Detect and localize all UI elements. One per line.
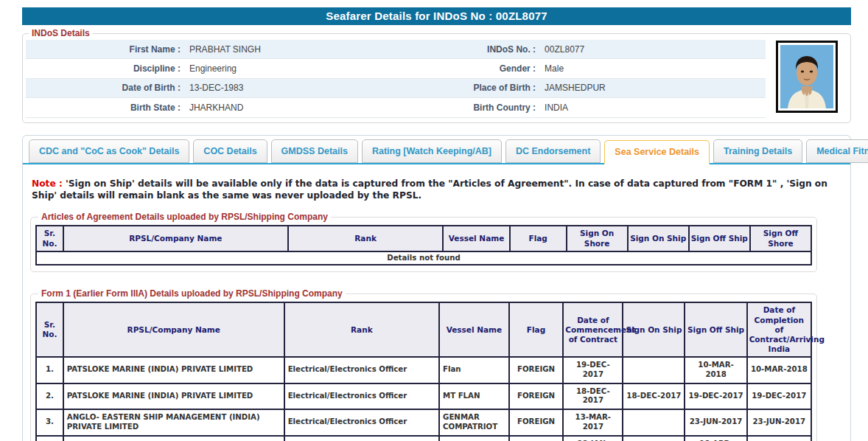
column-header: Sign On Ship (628, 226, 689, 251)
table-cell: 18-DEC-2017 (623, 383, 685, 410)
table-cell: FOREIGN (509, 357, 564, 383)
empty-row: Details not found (36, 251, 811, 265)
form1-title: Form 1 (Earlier Form IIIA) Details uploa… (38, 288, 346, 299)
column-header: Rank (284, 302, 439, 357)
personal-row: Birth State : JHARKHAND Birth Country : … (26, 98, 847, 117)
table-cell: GENMAR COMPATRIOT (439, 409, 509, 436)
table-cell: Flan (439, 357, 509, 383)
table-row: 3.ANGLO- EASTERN SHIP MANAGEMENT (INDIA)… (36, 409, 811, 436)
field-label: Gender : (403, 59, 540, 78)
table-row: 1.PATSLOKE MARINE (INDIA) PRIVATE LIMITE… (36, 357, 811, 383)
details-not-found-message: Details not found (36, 251, 811, 265)
table-cell: 10-MAR-2018 (685, 357, 746, 383)
table-cell: 1. (36, 357, 63, 383)
field-label: Discipline : (26, 59, 185, 78)
indos-no-value: 00ZL8077 (540, 40, 766, 59)
field-label: Date of Birth : (26, 78, 185, 97)
table-cell: PATSLOKE MARINE (INDIA) PRIVATE LIMITED (63, 383, 284, 410)
column-header: Sign On Ship (623, 302, 685, 357)
table-cell: 13-MAR-2017 (563, 409, 623, 436)
field-label: Place of Birth : (403, 78, 540, 97)
first-name-value: PRABHAT SINGH (185, 40, 403, 59)
column-header: Sr. No. (36, 302, 63, 357)
tab-medical-fitness-certificate[interactable]: Medical Fitness Certificate (806, 139, 868, 163)
column-header: Sign Off Ship (689, 226, 750, 251)
articles-of-agreement-section: Articles of Agreement Details uploaded b… (30, 212, 817, 272)
table-cell: FOREIGN (509, 409, 564, 436)
table-cell: MT FLAN (439, 383, 509, 410)
table-cell: 18-DEC-2017 (563, 383, 623, 410)
indos-details-section: INDoS Details First Name : PRABHAT SINGH… (22, 28, 851, 123)
table-cell: Electrical/Electronics Officer (284, 436, 439, 441)
table-cell: 23-JUN-2017 (685, 409, 746, 436)
tab-bar: CDC and "CoC as Cook" Details COC Detail… (23, 136, 850, 164)
tab-rating-watch-keeping-ab[interactable]: Rating [Watch Keeping/AB] (362, 139, 502, 163)
note-text: Note : 'Sign on Ship' details will be av… (32, 178, 839, 202)
table-cell: 06-APR-2014 (685, 436, 746, 441)
note-prefix: Note : (32, 178, 63, 189)
table-cell: Electrical/Electronics Officer (284, 357, 439, 383)
place-of-birth-value: JAMSHEDPUR (540, 78, 766, 97)
tab-cdc-coc-as-cook-details[interactable]: CDC and "CoC as Cook" Details (29, 139, 189, 163)
column-header: Vessel Name (439, 302, 509, 357)
photo-cell (766, 40, 847, 117)
birth-state-value: JHARKHAND (185, 98, 403, 117)
table-header-row: Sr. No. RPSL/Company Name Rank Vessel Na… (36, 302, 811, 357)
tab-sea-service-details[interactable]: Sea Service Details (604, 140, 710, 164)
tab-gmdss-details[interactable]: GMDSS Details (271, 139, 358, 163)
field-label: INDoS No. : (403, 40, 540, 59)
table-cell: ELEGANT MARINE SERVICES PVT LTD., (63, 436, 284, 441)
table-cell: 3. (36, 409, 63, 436)
column-header: Date of Completion of Contract/Arriving … (747, 302, 811, 357)
table-header-row: Sr. No. RPSL/Company Name Rank Vessel Na… (36, 226, 811, 251)
page-title: Seafarer Details for INDoS No : 00ZL8077 (22, 7, 851, 25)
table-cell: Electrical/Electronics Officer (284, 383, 439, 410)
personal-row: Date of Birth : 13-DEC-1983 Place of Bir… (26, 78, 847, 97)
column-header: Sign On Shore (567, 226, 628, 251)
personal-row: First Name : PRABHAT SINGH INDoS No. : 0… (26, 40, 847, 59)
form1-table: Sr. No. RPSL/Company Name Rank Vessel Na… (35, 302, 812, 441)
table-cell: ANGLO- EASTERN SHIP MANAGEMENT (INDIA) P… (63, 409, 284, 436)
dob-value: 13-DEC-1983 (185, 78, 403, 97)
seafarer-photo-image (780, 45, 833, 108)
page: Seafarer Details for INDoS No : 00ZL8077… (0, 0, 868, 441)
table-cell (623, 357, 685, 383)
table-row: 2.PATSLOKE MARINE (INDIA) PRIVATE LIMITE… (36, 383, 811, 410)
table-cell: Electrical/Electronics Officer (284, 409, 439, 436)
tab-coc-details[interactable]: COC Details (193, 139, 267, 163)
column-header: Sign Off Shore (750, 226, 811, 251)
tab-dc-endorsement[interactable]: DC Endorsement (505, 139, 601, 163)
field-label: Birth State : (26, 98, 185, 117)
table-cell: 2. (36, 383, 63, 410)
table-cell: Mid Fortune (439, 436, 509, 441)
discipline-value: Engineering (185, 59, 403, 78)
column-header: Date of Commencement of Contract (563, 302, 623, 357)
note-body: 'Sign on Ship' details will be available… (32, 178, 827, 201)
table-cell: 19-DEC-2017 (685, 383, 746, 410)
column-header: RPSL/Company Name (63, 302, 284, 357)
table-cell: FOREIGN (509, 436, 564, 441)
gender-value: Male (540, 59, 766, 78)
table-cell: 19-DEC-2017 (563, 357, 623, 383)
table-cell: FOREIGN (509, 383, 564, 410)
table-cell: 19-DEC-2017 (747, 383, 811, 410)
table-cell (623, 436, 685, 441)
field-label: First Name : (26, 40, 185, 59)
personal-row: Discipline : Engineering Gender : Male (26, 59, 847, 78)
tab-training-details[interactable]: Training Details (713, 139, 802, 163)
seafarer-photo (776, 41, 838, 113)
main-container: CDC and "CoC as Cook" Details COC Detail… (22, 135, 851, 441)
form1-table-body: 1.PATSLOKE MARINE (INDIA) PRIVATE LIMITE… (36, 357, 811, 441)
birth-country-value: INDIA (540, 98, 766, 117)
column-header: Vessel Name (443, 226, 509, 251)
articles-of-agreement-table: Sr. No. RPSL/Company Name Rank Vessel Na… (35, 225, 812, 265)
column-header: Flag (510, 226, 567, 251)
personal-details-table: First Name : PRABHAT SINGH INDoS No. : 0… (26, 40, 847, 118)
column-header: Rank (288, 226, 443, 251)
articles-of-agreement-title: Articles of Agreement Details uploaded b… (38, 212, 331, 222)
table-cell: PATSLOKE MARINE (INDIA) PRIVATE LIMITED (63, 357, 284, 383)
column-header: Flag (509, 302, 564, 357)
table-cell: 06-APR-2014 (747, 436, 811, 441)
column-header: Sr. No. (36, 226, 63, 251)
table-row: 4.ELEGANT MARINE SERVICES PVT LTD.,Elect… (36, 436, 811, 441)
